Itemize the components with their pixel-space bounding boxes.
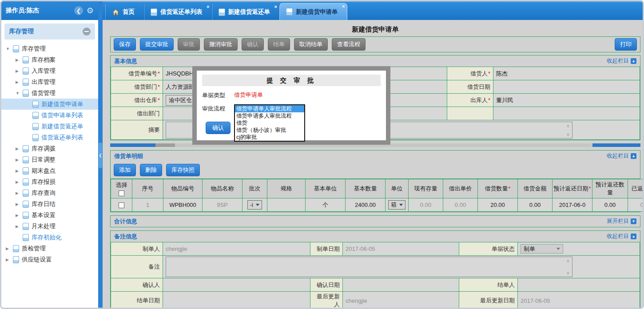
批次-select[interactable]: -ì: [247, 200, 262, 210]
tree-expand-arrow-icon[interactable]: ▶: [6, 258, 13, 262]
tab-新建借货返还单[interactable]: 新建借货返还单×: [212, 4, 280, 20]
sidebar-item-期末盘点[interactable]: ▶期末盘点: [1, 165, 98, 176]
sidebar-splitter[interactable]: ❮: [98, 1, 103, 308]
单位-select[interactable]: 箱: [388, 200, 405, 210]
scroll-down-icon[interactable]: ∨: [566, 270, 569, 275]
field-label-text: 借出部门: [137, 110, 160, 117]
sidebar-item-供应链设置[interactable]: ▶供应链设置: [1, 254, 98, 265]
expand-icon[interactable]: ▼: [631, 218, 636, 224]
tree-expand-arrow-icon[interactable]: ▶: [16, 147, 23, 151]
remark-grid: 制单人chengjie制单日期2017-06-05单据状态制单备注∧∨确认人确认…: [111, 242, 640, 308]
doc-status-select[interactable]: 制单: [521, 244, 563, 254]
sidebar-item-label: 出库管理: [32, 78, 56, 86]
textarea-scroll-icons[interactable]: ∧∨: [564, 258, 572, 276]
确认-button[interactable]: 确认: [242, 38, 264, 51]
confirm-button[interactable]: 确认: [206, 122, 231, 134]
close-icon[interactable]: ×: [342, 4, 345, 9]
cell-序号: 1: [132, 198, 163, 212]
tree-expand-arrow-icon[interactable]: ▶: [16, 180, 23, 184]
撤消审批-button[interactable]: 撤消审批: [204, 38, 238, 51]
sidebar-item-库存管理[interactable]: ▼库存管理: [1, 43, 98, 54]
sidebar-item-出库管理[interactable]: ▶出库管理: [1, 76, 98, 87]
total-info-expand-link[interactable]: 展开栏目 ▼: [607, 218, 636, 225]
sidebar-item-日常调整[interactable]: ▶日常调整: [1, 154, 98, 165]
field-value[interactable]: 陈杰: [493, 67, 640, 80]
取消结单-button[interactable]: 取消结单: [294, 38, 328, 51]
select-all-checkbox[interactable]: [119, 190, 124, 196]
tree-expand-arrow-icon[interactable]: ▶: [16, 169, 23, 173]
column-header-text: 预计返还日期: [553, 185, 588, 192]
库存快照-button[interactable]: 库存快照: [166, 164, 200, 176]
splitter-collapse-icon[interactable]: ❮: [99, 143, 102, 168]
sidebar-item-基本设置[interactable]: ▶基本设置: [1, 210, 98, 221]
close-icon[interactable]: ×: [207, 4, 209, 9]
scrollbar-thumb-right[interactable]: [592, 143, 640, 147]
sidebar-item-借货返还单列表[interactable]: 借货返还单列表: [1, 132, 98, 143]
textarea-scroll-icons[interactable]: ∧∨: [564, 123, 572, 138]
basic-info-collapse-link[interactable]: 收起栏目 ▲: [607, 57, 636, 65]
tab-借货返还单列表[interactable]: 借货返还单列表×: [144, 4, 212, 20]
flow-option[interactable]: cj的审批: [235, 134, 304, 141]
sidebar-item-库存日结[interactable]: ▶库存日结: [1, 198, 98, 210]
sidebar-item-新建借货返还单[interactable]: 新建借货返还单: [1, 121, 98, 132]
删除-button[interactable]: 删除: [140, 164, 162, 176]
tree-expand-arrow-icon[interactable]: ▶: [16, 202, 23, 206]
field-value[interactable]: [493, 80, 640, 94]
remark-textarea[interactable]: ∧∨: [166, 257, 572, 277]
flow-option[interactable]: 借货申请单人审批流程: [235, 105, 304, 112]
collapse-panel-icon[interactable]: [83, 28, 91, 36]
scroll-up-icon[interactable]: ∧: [566, 123, 569, 128]
tree-expand-arrow-icon[interactable]: ▶: [16, 191, 23, 195]
tab-首页[interactable]: 首页: [105, 4, 144, 20]
tree-expand-arrow-icon[interactable]: ▶: [16, 213, 23, 218]
审批-button[interactable]: 审批: [178, 38, 200, 51]
提交审批-button[interactable]: 提交审批: [140, 38, 174, 51]
collapse-icon[interactable]: ▲: [631, 234, 636, 239]
field-value[interactable]: 董川民: [493, 94, 640, 107]
tree-expand-arrow-icon[interactable]: ▶: [16, 80, 23, 84]
查看流程-button[interactable]: 查看流程: [332, 38, 366, 51]
sidebar-item-借货管理[interactable]: ▼借货管理: [1, 87, 98, 99]
tab-新建借货申请单[interactable]: 新建借货申请单×: [279, 3, 347, 20]
row-checkbox[interactable]: [119, 202, 124, 208]
remark-info-collapse-link[interactable]: 收起栏目 ▲: [607, 233, 636, 240]
flow-option[interactable]: 借货申请多人审批流程: [235, 112, 304, 119]
column-header-选择: 选择: [111, 179, 132, 198]
scroll-up-icon[interactable]: ∧: [566, 258, 569, 263]
scroll-down-icon[interactable]: ∨: [566, 132, 569, 137]
sidebar-item-库存报损[interactable]: ▶库存报损: [1, 176, 98, 187]
tree-collapse-arrow-icon[interactable]: ▼: [6, 47, 13, 51]
flow-option[interactable]: 借货: [235, 119, 304, 127]
tree-expand-arrow-icon[interactable]: ▶: [16, 58, 23, 62]
sidebar-item-借货申请单列表[interactable]: 借货申请单列表: [1, 110, 98, 121]
collapse-icon[interactable]: ▲: [631, 58, 636, 64]
添加-button[interactable]: 添加: [114, 164, 136, 176]
collapse-icon[interactable]: ▲: [631, 153, 636, 159]
tree-expand-arrow-icon[interactable]: ▶: [16, 69, 23, 73]
tree-expand-arrow-icon[interactable]: ▶: [16, 224, 23, 229]
sidebar-item-月末处理[interactable]: ▶月末处理: [1, 221, 98, 232]
scrollbar-thumb-left[interactable]: [110, 143, 155, 147]
tree-collapse-arrow-icon[interactable]: ▼: [16, 91, 23, 95]
close-icon[interactable]: ×: [274, 4, 277, 9]
保存-button[interactable]: 保存: [114, 38, 136, 51]
sidebar-item-入库管理[interactable]: ▶入库管理: [1, 65, 98, 76]
tree-expand-arrow-icon[interactable]: ▶: [6, 246, 13, 251]
cell-单位: 箱: [386, 198, 409, 212]
tree-expand-arrow-icon[interactable]: ▶: [16, 158, 23, 162]
sidebar-item-库存初始化[interactable]: 库存初始化: [1, 232, 98, 243]
collapse-sidebar-icon[interactable]: ❮: [74, 6, 83, 15]
结单-button[interactable]: 结单: [268, 38, 290, 51]
sidebar-item-库存档案[interactable]: ▶库存档案: [1, 54, 98, 65]
sidebar-item-质检管理[interactable]: ▶质检管理: [1, 243, 98, 254]
approval-flow-listbox[interactable]: 借货申请单人审批流程借货申请多人审批流程借货借货（杨小波）审批cj的审批: [234, 104, 305, 142]
detail-collapse-link[interactable]: 收起栏目 ▲: [607, 152, 636, 160]
cell-value: 2017-06-0: [559, 202, 585, 208]
sidebar-item-库存查询[interactable]: ▶库存查询: [1, 187, 98, 198]
remark-label-text: 备注: [148, 263, 160, 270]
sidebar-item-库存调拨[interactable]: ▶库存调拨: [1, 143, 98, 154]
print-button[interactable]: 打印: [615, 38, 637, 51]
flow-option[interactable]: 借货（杨小波）审批: [235, 127, 304, 134]
sidebar-item-新建借货申请单[interactable]: 新建借货申请单: [1, 99, 98, 110]
gear-icon[interactable]: ⚙: [87, 6, 94, 16]
